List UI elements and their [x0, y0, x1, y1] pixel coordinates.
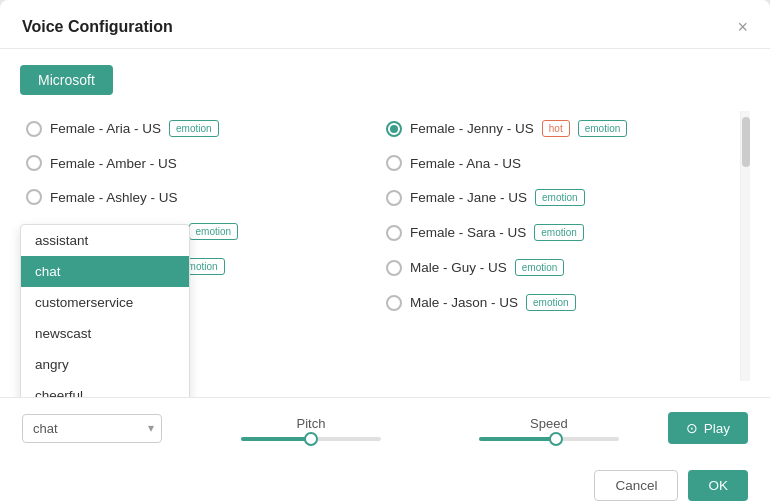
- voice-label: Female - Sara - US: [410, 225, 526, 240]
- dropdown-item-chat[interactable]: chat: [21, 256, 189, 287]
- radio-female-ana[interactable]: [386, 155, 402, 171]
- voice-label: Female - Jenny - US: [410, 121, 534, 136]
- dropdown-item-newscast[interactable]: newscast: [21, 318, 189, 349]
- play-button[interactable]: ⊙ Play: [668, 412, 748, 444]
- speed-thumb[interactable]: [549, 432, 563, 446]
- voice-label: Female - Aria - US: [50, 121, 161, 136]
- pitch-control: Pitch: [192, 416, 430, 441]
- radio-female-sara[interactable]: [386, 225, 402, 241]
- radio-male-guy[interactable]: [386, 260, 402, 276]
- style-dropdown[interactable]: assistant chat customerservice newscast …: [20, 224, 190, 397]
- list-item[interactable]: Female - Jane - US emotion: [380, 180, 736, 215]
- speed-slider-track: [479, 437, 619, 441]
- cancel-button[interactable]: Cancel: [594, 470, 678, 501]
- close-button[interactable]: ×: [737, 18, 748, 36]
- emotion-badge: emotion: [526, 294, 576, 311]
- pitch-thumb[interactable]: [304, 432, 318, 446]
- list-item[interactable]: Male - Jason - US emotion: [380, 285, 736, 320]
- list-item[interactable]: Female - Jenny - US hot emotion: [380, 111, 736, 146]
- emotion-badge: emotion: [578, 120, 628, 137]
- style-select-wrapper: assistant chat customerservice newscast …: [22, 414, 162, 443]
- hot-badge: hot: [542, 120, 570, 137]
- play-label: Play: [704, 421, 730, 436]
- list-item[interactable]: Female - Aria - US emotion: [20, 111, 376, 146]
- dropdown-item-customerservice[interactable]: customerservice: [21, 287, 189, 318]
- speed-control: Speed: [430, 416, 668, 441]
- voice-label: Female - Ashley - US: [50, 190, 178, 205]
- bottom-controls: assistant chat customerservice newscast …: [0, 397, 770, 460]
- speed-label: Speed: [530, 416, 568, 431]
- voice-label: Male - Guy - US: [410, 260, 507, 275]
- radio-female-amber[interactable]: [26, 155, 42, 171]
- play-icon: ⊙: [686, 420, 698, 436]
- dropdown-item-cheerful[interactable]: cheerful: [21, 380, 189, 397]
- modal-body: Microsoft Female - Aria - US emotion Fem…: [0, 49, 770, 397]
- emotion-badge: emotion: [169, 120, 219, 137]
- list-item[interactable]: Female - Ana - US: [380, 146, 736, 180]
- pitch-slider-track: [241, 437, 381, 441]
- voice-config-modal: Voice Configuration × Microsoft Female -…: [0, 0, 770, 502]
- microsoft-button[interactable]: Microsoft: [20, 65, 113, 95]
- radio-female-aria[interactable]: [26, 121, 42, 137]
- emotion-badge: emotion: [189, 223, 239, 240]
- emotion-badge: emotion: [515, 259, 565, 276]
- dropdown-item-angry[interactable]: angry: [21, 349, 189, 380]
- voice-label: Female - Ana - US: [410, 156, 521, 171]
- pitch-fill: [241, 437, 311, 441]
- radio-female-jenny[interactable]: [386, 121, 402, 137]
- radio-female-jane[interactable]: [386, 190, 402, 206]
- modal-footer: Cancel OK: [0, 460, 770, 502]
- style-select[interactable]: assistant chat customerservice newscast …: [22, 414, 162, 443]
- voice-label: Male - Jason - US: [410, 295, 518, 310]
- list-item[interactable]: Male - Guy - US emotion: [380, 250, 736, 285]
- modal-header: Voice Configuration ×: [0, 0, 770, 49]
- modal-title: Voice Configuration: [22, 18, 173, 36]
- list-item[interactable]: Female - Sara - US emotion: [380, 215, 736, 250]
- dropdown-item-assistant[interactable]: assistant: [21, 225, 189, 256]
- radio-male-jason[interactable]: [386, 295, 402, 311]
- voices-right-column: Female - Jenny - US hot emotion Female -…: [380, 111, 740, 381]
- emotion-badge: emotion: [535, 189, 585, 206]
- emotion-badge: emotion: [534, 224, 584, 241]
- list-item[interactable]: Female - Ashley - US: [20, 180, 376, 214]
- voice-label: Female - Jane - US: [410, 190, 527, 205]
- ok-button[interactable]: OK: [688, 470, 748, 501]
- voice-label: Female - Amber - US: [50, 156, 177, 171]
- list-item[interactable]: Female - Amber - US: [20, 146, 376, 180]
- scrollbar-thumb[interactable]: [742, 117, 750, 167]
- radio-female-ashley[interactable]: [26, 189, 42, 205]
- speed-fill: [479, 437, 556, 441]
- scrollbar: [740, 111, 750, 381]
- pitch-label: Pitch: [296, 416, 325, 431]
